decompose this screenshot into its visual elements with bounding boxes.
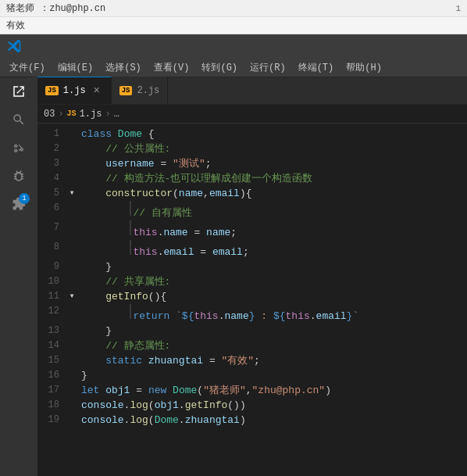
menu-edit[interactable]: 编辑(E) xyxy=(52,59,100,76)
line-num-8: 8 xyxy=(37,240,66,255)
code-line-19: 19 console.log(Dome.zhuangtai) xyxy=(37,413,467,428)
code-line-1: 1 class Dome { xyxy=(37,127,467,141)
line-2-content: // 公共属性: xyxy=(78,141,467,156)
fold-11[interactable]: ▾ xyxy=(66,289,78,304)
line-8-content: this.email = email; xyxy=(78,240,467,259)
line-num-5: 5 xyxy=(37,186,66,201)
breadcrumb: 03 › JS 1.js › … xyxy=(37,105,467,123)
menu-run[interactable]: 运行(R) xyxy=(244,59,292,76)
menu-file[interactable]: 文件(F) xyxy=(3,59,52,76)
line-num-15: 15 xyxy=(37,353,66,368)
code-line-12: 12 return `${this.name} : ${this.email}` xyxy=(37,304,467,324)
line-7-content: this.name = name; xyxy=(78,220,467,240)
line-num-6: 6 xyxy=(37,201,66,216)
line-15-content: static zhuangtai = "有效"; xyxy=(78,353,467,368)
menu-help[interactable]: 帮助(H) xyxy=(340,59,388,76)
tab-1js-badge: JS xyxy=(45,86,59,95)
tabs-bar: JS 1.js × JS 2.js xyxy=(37,77,467,105)
menu-goto[interactable]: 转到(G) xyxy=(195,59,244,76)
code-line-8: 8 this.email = email; xyxy=(37,240,467,259)
line-num-14: 14 xyxy=(37,338,66,353)
line-num-19: 19 xyxy=(37,413,66,428)
breadcrumb-sep2: › xyxy=(105,109,110,120)
line-1-content: class Dome { xyxy=(78,127,467,141)
line-10-content: // 共享属性: xyxy=(78,274,467,289)
line-16-content: } xyxy=(78,368,467,383)
code-editor[interactable]: 1 class Dome { 2 // 公共属性: 3 username = "… xyxy=(37,123,467,476)
line-num-17: 17 xyxy=(37,383,66,398)
line-num-16: 16 xyxy=(37,368,66,383)
menu-view[interactable]: 查看(V) xyxy=(148,59,196,76)
line-num-13: 13 xyxy=(37,324,66,338)
code-line-13: 13 } xyxy=(37,324,467,338)
code-line-11: 11 ▾ getInfo(){ xyxy=(37,289,467,304)
line-13-content: } xyxy=(78,324,467,338)
code-line-4: 4 // 构造方法-也可以理解成创建一个构造函数 xyxy=(37,171,467,186)
code-line-9: 9 } xyxy=(37,259,467,274)
menu-bar: 文件(F) 编辑(E) 选择(S) 查看(V) 转到(G) 运行(R) 终端(T… xyxy=(0,58,467,77)
code-line-5: 5 ▾ constructor(name,email){ xyxy=(37,186,467,201)
tab-2js[interactable]: JS 2.js xyxy=(112,77,169,104)
line-4-content: // 构造方法-也可以理解成创建一个构造函数 xyxy=(78,171,467,186)
breadcrumb-dots: … xyxy=(114,109,119,120)
tab-1js-close[interactable]: × xyxy=(91,84,103,97)
line-6-content: // 自有属性 xyxy=(78,201,467,220)
line-num-11: 11 xyxy=(37,289,66,304)
line-14-content: // 静态属性: xyxy=(78,338,467,353)
tab-1js-label: 1.js xyxy=(63,85,86,96)
vscode-icon xyxy=(6,38,22,54)
menu-select[interactable]: 选择(S) xyxy=(99,59,148,76)
breadcrumb-03: 03 xyxy=(44,109,55,120)
line-num-3: 3 xyxy=(37,156,66,171)
line-num-2: 2 xyxy=(37,141,66,156)
top-bar: 猪老师 ：zhu@php.cn 1 xyxy=(0,0,467,17)
breadcrumb-file: 1.js xyxy=(80,109,102,120)
line-9-content: } xyxy=(78,259,467,274)
line-num-7: 7 xyxy=(37,220,66,235)
tab-1js[interactable]: JS 1.js × xyxy=(37,77,112,104)
activity-bar xyxy=(0,77,37,476)
activity-source-control[interactable] xyxy=(8,137,30,159)
code-line-10: 10 // 共享属性: xyxy=(37,274,467,289)
editor-area: JS 1.js × JS 2.js 03 › JS 1.js › … 1 xyxy=(37,77,467,476)
main-layout: JS 1.js × JS 2.js 03 › JS 1.js › … 1 xyxy=(0,77,467,476)
line-11-content: getInfo(){ xyxy=(78,289,467,304)
breadcrumb-sep1: › xyxy=(58,109,63,120)
line-19-content: console.log(Dome.zhuangtai) xyxy=(78,413,467,428)
line-num-4: 4 xyxy=(37,171,66,186)
line-17-content: let obj1 = new Dome("猪老师","zhu@php.cn") xyxy=(78,383,467,398)
line-num-1: 1 xyxy=(37,127,66,141)
line-5-content: constructor(name,email){ xyxy=(78,186,467,201)
code-line-6: 6 // 自有属性 xyxy=(37,201,467,220)
code-line-7: 7 this.name = name; xyxy=(37,220,467,240)
code-line-3: 3 username = "测试"; xyxy=(37,156,467,171)
title-bar xyxy=(0,34,467,58)
activity-extensions[interactable] xyxy=(8,193,30,215)
code-line-14: 14 // 静态属性: xyxy=(37,338,467,353)
line-num-18: 18 xyxy=(37,398,66,413)
fold-5[interactable]: ▾ xyxy=(66,186,78,201)
top-bar-message: 猪老师 ：zhu@php.cn xyxy=(6,2,105,15)
line-num-12: 12 xyxy=(37,304,66,319)
line-3-content: username = "测试"; xyxy=(78,156,467,171)
activity-debug[interactable] xyxy=(8,165,30,187)
top-bar-right: 1 xyxy=(455,4,461,13)
line-12-content: return `${this.name} : ${this.email}` xyxy=(78,304,467,324)
line-18-content: console.log(obj1.getInfo()) xyxy=(78,398,467,413)
tab-2js-badge: JS xyxy=(119,86,133,95)
code-line-2: 2 // 公共属性: xyxy=(37,141,467,156)
code-line-16: 16 } xyxy=(37,368,467,383)
top-bar-sub: 有效 xyxy=(0,17,467,34)
code-line-18: 18 console.log(obj1.getInfo()) xyxy=(37,398,467,413)
tab-2js-label: 2.js xyxy=(137,85,159,96)
line-num-9: 9 xyxy=(37,259,66,274)
line-num-10: 10 xyxy=(37,274,66,289)
menu-terminal[interactable]: 终端(T) xyxy=(292,59,340,76)
top-bar-sub-label: 有效 xyxy=(6,19,25,32)
activity-search[interactable] xyxy=(8,109,30,131)
code-line-17: 17 let obj1 = new Dome("猪老师","zhu@php.cn… xyxy=(37,383,467,398)
activity-explorer[interactable] xyxy=(8,81,30,102)
code-line-15: 15 static zhuangtai = "有效"; xyxy=(37,353,467,368)
breadcrumb-js-badge: JS xyxy=(67,109,77,118)
